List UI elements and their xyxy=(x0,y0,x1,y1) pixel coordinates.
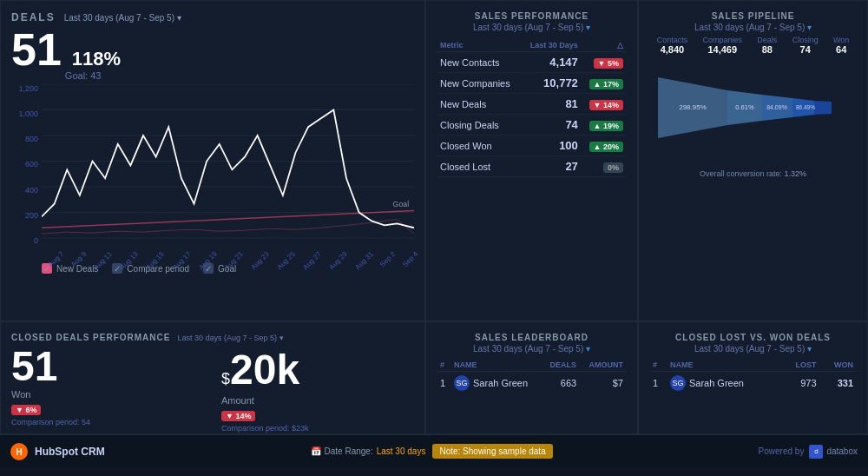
footer-right: Powered by d databox xyxy=(759,445,858,459)
leaderboard-subtitle[interactable]: Last 30 days (Aug 7 - Sep 5) ▾ xyxy=(437,344,627,354)
footer-app-name: HubSpot CRM xyxy=(35,446,105,458)
pipeline-stats: Contacts 4,840Companies 14,469Deals 88Cl… xyxy=(649,36,857,55)
deals-panel: DEALS Last 30 days (Aug 7 - Sep 5) ▾ 51 … xyxy=(0,0,425,321)
closed-deals-dropdown-icon[interactable]: ▾ xyxy=(279,334,284,342)
leader-col-name: NAME xyxy=(450,359,542,372)
leaderboard-panel: SALES LEADERBOARD Last 30 days (Aug 7 - … xyxy=(425,321,638,434)
closed-deals-title: CLOSED DEALS PERFORMANCE xyxy=(11,333,170,342)
calendar-icon: 📅 xyxy=(311,446,321,456)
sales-pipeline-panel: SALES PIPELINE Last 30 days (Aug 7 - Sep… xyxy=(638,0,868,321)
y-axis: 1,200 1,000 800 600 400 200 0 xyxy=(11,84,42,258)
list-item: 1 SG Sarah Green 973 331 xyxy=(649,372,857,395)
sales-perf-subtitle[interactable]: Last 30 days (Aug 7 - Sep 5) ▾ xyxy=(437,23,627,32)
table-row: Closing Deals 74 ▲ 19% xyxy=(437,115,627,136)
chart-svg: Goal xyxy=(42,84,414,242)
pipeline-stat-item: Deals 88 xyxy=(757,36,777,55)
avatar: SG xyxy=(670,375,686,391)
sales-perf-dropdown-icon[interactable]: ▾ xyxy=(586,23,590,32)
databox-logo: d databox xyxy=(809,445,858,459)
pipeline-subtitle[interactable]: Last 30 days (Aug 7 - Sep 5) ▾ xyxy=(649,23,857,32)
chart-svg-container: Goal xyxy=(42,84,414,242)
footer-date-range[interactable]: 📅 Date Range: Last 30 days xyxy=(311,446,426,456)
pipeline-dropdown-icon[interactable]: ▾ xyxy=(807,23,812,32)
svg-text:Goal: Goal xyxy=(393,200,410,208)
amount-dollar: $ xyxy=(221,370,230,388)
table-row: New Companies 10,772 ▲ 17% xyxy=(437,73,627,94)
x-axis: Aug 7 Aug 9 Aug 11 Aug 13 Aug 15 Aug 17 … xyxy=(42,242,414,258)
sales-perf-title: SALES PERFORMANCE xyxy=(437,11,627,21)
deals-percent: 118% xyxy=(72,48,121,69)
svg-text:86.49%: 86.49% xyxy=(795,104,814,110)
closed-won-panel: CLOSED LOST VS. WON DEALS Last 30 days (… xyxy=(638,321,868,434)
amount-section: $ 20k Amount ▼ 14% Comparison period: $2… xyxy=(221,346,414,433)
svg-text:298.95%: 298.95% xyxy=(679,103,707,111)
svg-text:84.09%: 84.09% xyxy=(766,104,787,110)
funnel-svg: 298.95% 0.61% 84.09% 86.49% xyxy=(658,60,849,155)
won-comparison: Comparison period: 54 xyxy=(11,418,204,426)
footer-center: 📅 Date Range: Last 30 days Note: Showing… xyxy=(311,444,553,459)
dashboard: DEALS Last 30 days (Aug 7 - Sep 5) ▾ 51 … xyxy=(0,0,868,476)
pipeline-funnel: 298.95% 0.61% 84.09% 86.49% xyxy=(658,60,849,164)
leaderboard-dropdown-icon[interactable]: ▾ xyxy=(586,344,590,354)
deals-big-number: 51 xyxy=(11,27,62,72)
svg-text:H: H xyxy=(16,447,22,457)
footer: H HubSpot CRM 📅 Date Range: Last 30 days… xyxy=(0,434,868,467)
leader-col-amount: AMOUNT xyxy=(580,359,627,372)
conversion-value: 1.32% xyxy=(785,169,807,178)
performance-table: Metric Last 30 Days △ New Contacts 4,147… xyxy=(437,39,627,177)
hubspot-icon: H xyxy=(10,443,28,460)
pipeline-stat-item: Closing 74 xyxy=(792,36,819,55)
conversion-rate: Overall conversion rate: 1.32% xyxy=(649,169,857,178)
amount-value: 20k xyxy=(230,346,299,393)
leader-col-hash: # xyxy=(437,359,450,372)
won-label: Won xyxy=(11,389,204,400)
closed-won-dropdown-icon[interactable]: ▾ xyxy=(807,344,812,354)
leaderboard-table: # NAME DEALS AMOUNT 1 SG Sarah Green xyxy=(437,359,627,394)
amount-label: Amount xyxy=(221,395,414,406)
closed-deals-date[interactable]: Last 30 days (Aug 7 - Sep 5) ▾ xyxy=(177,334,283,342)
sales-performance-panel: SALES PERFORMANCE Last 30 days (Aug 7 - … xyxy=(425,0,638,321)
svg-text:0.61%: 0.61% xyxy=(735,103,754,111)
won-number: 51 xyxy=(11,346,204,387)
closed-deals-panel: CLOSED DEALS PERFORMANCE Last 30 days (A… xyxy=(0,321,425,434)
pipeline-stat-item: Contacts 4,840 xyxy=(657,36,688,55)
won-section: 51 Won ▼ 6% Comparison period: 54 xyxy=(11,346,204,426)
leader-col-deals: DEALS xyxy=(542,359,580,372)
deals-title: DEALS xyxy=(11,11,56,23)
table-row: Closed Won 100 ▲ 20% xyxy=(437,136,627,156)
closed-grid: 51 Won ▼ 6% Comparison period: 54 $ 20k … xyxy=(11,346,414,433)
table-row: New Deals 81 ▼ 14% xyxy=(437,94,627,115)
amount-badge: ▼ 14% xyxy=(221,411,255,421)
table-row: Closed Lost 27 0% xyxy=(437,156,627,177)
perf-col-delta: △ xyxy=(582,39,627,52)
wl-col-name: NAME xyxy=(667,359,780,372)
footer-sample-badge: Note: Showing sample data xyxy=(432,444,552,459)
wl-col-won: WON xyxy=(820,359,857,372)
won-lost-table: # NAME LOST WON 1 SG Sarah Green xyxy=(649,359,857,394)
wl-col-lost: LOST xyxy=(780,359,819,372)
wl-col-hash: # xyxy=(649,359,667,372)
perf-col-metric: Metric xyxy=(437,39,522,52)
pipeline-stat-item: Companies 14,469 xyxy=(703,36,743,55)
deals-chart: 1,200 1,000 800 600 400 200 0 xyxy=(11,84,414,258)
won-badge: ▼ 6% xyxy=(11,405,41,415)
deals-goal: Goal: 43 xyxy=(65,70,121,81)
table-row: New Contacts 4,147 ▼ 5% xyxy=(437,52,627,73)
amount-comparison: Comparison period: $23k xyxy=(221,424,414,433)
footer-left: H HubSpot CRM xyxy=(10,443,105,460)
footer-date-value: Last 30 days xyxy=(377,446,426,456)
pipeline-title: SALES PIPELINE xyxy=(649,11,857,21)
perf-col-last30: Last 30 Days xyxy=(522,39,582,52)
leaderboard-title: SALES LEADERBOARD xyxy=(437,333,627,342)
databox-icon: d xyxy=(809,445,823,459)
pipeline-stat-item: Won 64 xyxy=(833,36,849,55)
deals-date-dropdown-icon[interactable]: ▾ xyxy=(177,13,181,23)
closed-won-title: CLOSED LOST VS. WON DEALS xyxy=(649,333,857,342)
avatar: SG xyxy=(454,375,470,391)
list-item: 1 SG Sarah Green 663 $7 xyxy=(437,372,627,395)
closed-won-subtitle[interactable]: Last 30 days (Aug 7 - Sep 5) ▾ xyxy=(649,344,857,354)
deals-date-range[interactable]: Last 30 days (Aug 7 - Sep 5) ▾ xyxy=(64,13,181,23)
